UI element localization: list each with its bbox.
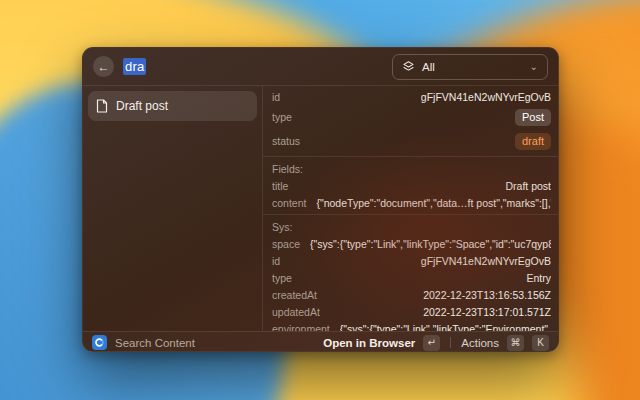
detail-value: {"sys":{"type":"Link","linkType":"Enviro… bbox=[340, 323, 551, 332]
detail-row: type Entry bbox=[272, 269, 551, 286]
detail-label: title bbox=[272, 180, 288, 192]
detail-value: {"sys":{"type":"Link","linkType":"Space"… bbox=[310, 238, 551, 250]
results-list: Draft post bbox=[83, 86, 263, 331]
section-divider bbox=[263, 156, 558, 157]
detail-label: updatedAt bbox=[272, 306, 320, 318]
fields-section-header: Fields: bbox=[272, 160, 551, 177]
open-in-browser-action[interactable]: Open in Browser bbox=[323, 337, 415, 349]
detail-panel: id gFjFVN41eN2wNYvrEgOvB type Post statu… bbox=[263, 86, 558, 331]
detail-value: 2022-12-23T13:17:01.571Z bbox=[423, 306, 551, 318]
detail-row: createdAt 2022-12-23T13:16:53.156Z bbox=[272, 286, 551, 303]
detail-row: id gFjFVN41eN2wNYvrEgOvB bbox=[272, 252, 551, 269]
detail-value: Entry bbox=[526, 272, 551, 284]
raycast-search-window: ← dra All ⌄ bbox=[82, 47, 559, 352]
detail-label: status bbox=[272, 135, 300, 147]
detail-value: gFjFVN41eN2wNYvrEgOvB bbox=[421, 91, 551, 103]
detail-row: title Draft post bbox=[272, 177, 551, 194]
detail-row: space {"sys":{"type":"Link","linkType":"… bbox=[272, 235, 551, 252]
detail-row: updatedAt 2022-12-23T13:17:01.571Z bbox=[272, 303, 551, 320]
detail-value: {"nodeType":"document","data…ft post","m… bbox=[316, 197, 551, 209]
command-key-badge: ⌘ bbox=[507, 335, 524, 351]
actions-menu-button[interactable]: Actions bbox=[461, 337, 499, 349]
detail-row: status draft bbox=[272, 129, 551, 153]
detail-label: type bbox=[272, 272, 292, 284]
document-icon bbox=[96, 99, 108, 113]
detail-label: type bbox=[272, 111, 292, 123]
list-item-draft-post[interactable]: Draft post bbox=[88, 91, 257, 121]
contentful-icon bbox=[92, 335, 107, 350]
window-body: Draft post id gFjFVN41eN2wNYvrEgOvB type… bbox=[83, 86, 558, 331]
detail-label: content bbox=[272, 197, 306, 209]
k-key-badge: K bbox=[532, 335, 549, 351]
section-divider bbox=[263, 214, 558, 215]
type-badge: Post bbox=[515, 109, 551, 126]
detail-value: 2022-12-23T13:16:53.156Z bbox=[423, 289, 551, 301]
desktop: ← dra All ⌄ bbox=[0, 0, 640, 400]
action-bar: Search Content Open in Browser ↵ Actions… bbox=[83, 331, 558, 352]
search-bar: ← dra All ⌄ bbox=[83, 48, 558, 86]
detail-label: id bbox=[272, 91, 280, 103]
footer-divider bbox=[450, 337, 451, 348]
detail-value: gFjFVN41eN2wNYvrEgOvB bbox=[421, 255, 551, 267]
filter-selected-value: All bbox=[422, 61, 435, 73]
detail-label: environment bbox=[272, 323, 330, 332]
detail-label: createdAt bbox=[272, 289, 317, 301]
content-type-filter-dropdown[interactable]: All ⌄ bbox=[392, 54, 548, 80]
search-text-selected: dra bbox=[123, 58, 146, 75]
back-button[interactable]: ← bbox=[93, 56, 114, 77]
detail-value: Draft post bbox=[505, 180, 551, 192]
command-label: Search Content bbox=[115, 337, 195, 349]
chevron-down-icon: ⌄ bbox=[530, 61, 538, 72]
detail-row: id gFjFVN41eN2wNYvrEgOvB bbox=[272, 88, 551, 105]
return-key-badge: ↵ bbox=[423, 335, 440, 351]
detail-label: space bbox=[272, 238, 300, 250]
detail-row-clipped: environment {"sys":{"type":"Link","linkT… bbox=[272, 320, 551, 331]
detail-row: type Post bbox=[272, 105, 551, 129]
sys-section-header: Sys: bbox=[272, 218, 551, 235]
list-item-title: Draft post bbox=[116, 99, 168, 113]
back-arrow-icon: ← bbox=[98, 60, 110, 74]
detail-row: content {"nodeType":"document","data…ft … bbox=[272, 194, 551, 211]
status-badge: draft bbox=[515, 133, 551, 150]
detail-label: id bbox=[272, 255, 280, 267]
layers-icon bbox=[402, 60, 415, 73]
search-input[interactable]: dra bbox=[123, 59, 383, 74]
